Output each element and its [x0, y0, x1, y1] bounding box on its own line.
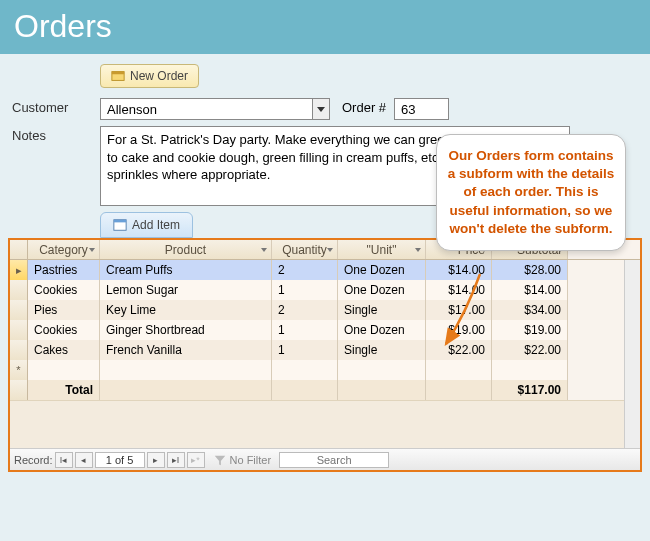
- cell-quantity[interactable]: 1: [272, 280, 338, 300]
- cell-product[interactable]: Lemon Sugar: [100, 280, 272, 300]
- table-row[interactable]: ▸PastriesCream Puffs2One Dozen$14.00$28.…: [10, 260, 624, 280]
- row-selector[interactable]: ▸: [10, 260, 28, 280]
- row-selector[interactable]: [10, 340, 28, 360]
- cell-subtotal[interactable]: $34.00: [492, 300, 568, 320]
- customer-input[interactable]: [101, 99, 312, 119]
- sort-icon: [415, 248, 421, 252]
- filter-icon: [213, 453, 227, 467]
- table-new-row[interactable]: *: [10, 360, 624, 380]
- order-no-input[interactable]: [395, 99, 448, 119]
- new-order-icon: [111, 69, 125, 83]
- cell-category[interactable]: Cakes: [28, 340, 100, 360]
- cell-product[interactable]: French Vanilla: [100, 340, 272, 360]
- cell-unit[interactable]: One Dozen: [338, 320, 426, 340]
- row-selector[interactable]: [10, 320, 28, 340]
- table-total-row: Total$117.00: [10, 380, 624, 400]
- add-item-label: Add Item: [132, 218, 180, 232]
- sort-icon: [327, 248, 333, 252]
- nav-new-button[interactable]: ▸*: [187, 452, 205, 468]
- new-order-button[interactable]: New Order: [100, 64, 199, 88]
- notes-label: Notes: [0, 126, 100, 143]
- new-order-label: New Order: [130, 69, 188, 83]
- cell-category[interactable]: Pastries: [28, 260, 100, 280]
- cell-quantity[interactable]: 1: [272, 340, 338, 360]
- col-product[interactable]: Product: [100, 240, 272, 259]
- cell-quantity[interactable]: 2: [272, 260, 338, 280]
- cell-product[interactable]: Ginger Shortbread: [100, 320, 272, 340]
- customer-label: Customer: [0, 98, 100, 115]
- cell-category[interactable]: Cookies: [28, 280, 100, 300]
- row-selector[interactable]: [10, 280, 28, 300]
- grid-empty-area: [10, 400, 624, 448]
- svg-rect-1: [112, 72, 124, 75]
- order-items-grid[interactable]: Category Product Quantity "Unit" Price S…: [10, 240, 640, 448]
- col-unit[interactable]: "Unit": [338, 240, 426, 259]
- form-body: New Order Customer Order # Notes For a S…: [0, 54, 650, 541]
- add-item-button[interactable]: Add Item: [100, 212, 193, 238]
- sort-icon: [261, 248, 267, 252]
- cell-unit[interactable]: Single: [338, 340, 426, 360]
- page-header: Orders: [0, 0, 650, 54]
- callout-arrow: [440, 272, 500, 352]
- cell-category[interactable]: Cookies: [28, 320, 100, 340]
- new-row-marker: *: [10, 360, 28, 380]
- grid-scrollbar[interactable]: [624, 260, 640, 448]
- col-category[interactable]: Category: [28, 240, 100, 259]
- cell-quantity[interactable]: 2: [272, 300, 338, 320]
- cell-quantity[interactable]: 1: [272, 320, 338, 340]
- cell-product[interactable]: Key Lime: [100, 300, 272, 320]
- nav-search[interactable]: [279, 452, 389, 468]
- table-row[interactable]: CookiesGinger Shortbread1One Dozen$19.00…: [10, 320, 624, 340]
- table-row[interactable]: PiesKey Lime2Single$17.00$34.00: [10, 300, 624, 320]
- nav-last-button[interactable]: ▸І: [167, 452, 185, 468]
- cell-product[interactable]: Cream Puffs: [100, 260, 272, 280]
- nav-position[interactable]: [95, 452, 145, 468]
- cell-unit[interactable]: One Dozen: [338, 280, 426, 300]
- subform-highlight: Category Product Quantity "Unit" Price S…: [8, 238, 642, 472]
- cell-subtotal[interactable]: $14.00: [492, 280, 568, 300]
- nav-label: Record:: [14, 454, 53, 466]
- nav-filter[interactable]: No Filter: [213, 453, 272, 467]
- add-item-icon: [113, 218, 127, 232]
- table-row[interactable]: CookiesLemon Sugar1One Dozen$14.00$14.00: [10, 280, 624, 300]
- annotation-callout: Our Orders form contains a subform with …: [436, 134, 626, 251]
- nav-first-button[interactable]: І◂: [55, 452, 73, 468]
- cell-category[interactable]: Pies: [28, 300, 100, 320]
- cell-subtotal[interactable]: $19.00: [492, 320, 568, 340]
- row-selector-header[interactable]: [10, 240, 28, 259]
- nav-next-button[interactable]: ▸: [147, 452, 165, 468]
- customer-combobox[interactable]: [100, 98, 330, 120]
- order-no-field[interactable]: [394, 98, 449, 120]
- nav-prev-button[interactable]: ◂: [75, 452, 93, 468]
- cell-subtotal[interactable]: $28.00: [492, 260, 568, 280]
- col-quantity[interactable]: Quantity: [272, 240, 338, 259]
- cell-subtotal[interactable]: $22.00: [492, 340, 568, 360]
- customer-dropdown-button[interactable]: [312, 99, 329, 119]
- chevron-down-icon: [317, 107, 325, 112]
- order-no-label: Order #: [342, 98, 386, 115]
- sort-icon: [89, 248, 95, 252]
- row-selector[interactable]: [10, 300, 28, 320]
- record-navigator: Record: І◂ ◂ ▸ ▸І ▸* No Filter: [10, 448, 640, 470]
- svg-rect-3: [114, 220, 126, 223]
- cell-unit[interactable]: One Dozen: [338, 260, 426, 280]
- table-row[interactable]: CakesFrench Vanilla1Single$22.00$22.00: [10, 340, 624, 360]
- cell-unit[interactable]: Single: [338, 300, 426, 320]
- page-title: Orders: [14, 8, 112, 44]
- callout-text: Our Orders form contains a subform with …: [448, 148, 615, 236]
